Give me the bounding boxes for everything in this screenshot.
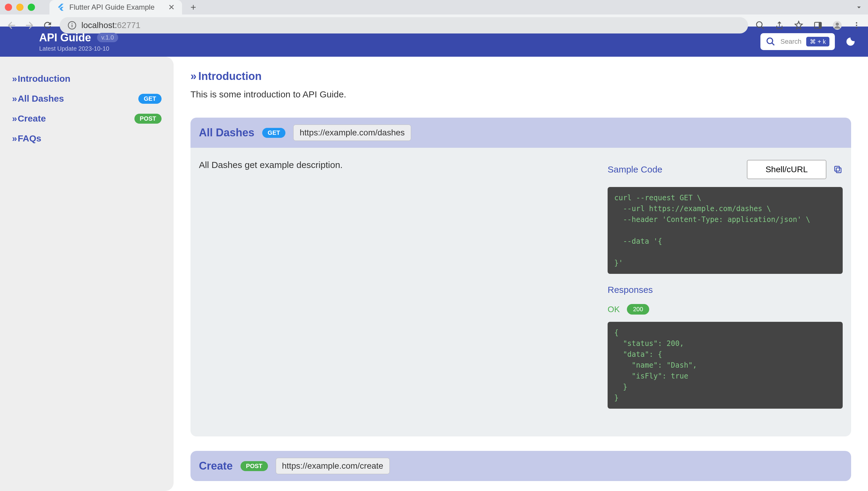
dark-mode-toggle[interactable] [845, 36, 856, 47]
tab-title: Flutter API Guide Example [69, 3, 164, 11]
svg-point-10 [856, 25, 858, 26]
url-text: localhost:62771 [82, 21, 141, 30]
flutter-icon [57, 3, 65, 11]
chevron-double-icon: » [12, 113, 15, 124]
sidebar-item-introduction[interactable]: » Introduction [10, 69, 163, 89]
url-bar[interactable]: localhost:62771 [60, 17, 748, 33]
svg-rect-14 [836, 168, 841, 173]
tab-bar: Flutter API Guide Example ✕ + [0, 0, 868, 15]
svg-rect-1 [72, 25, 73, 27]
svg-point-3 [756, 22, 762, 27]
endpoint-header: All Dashes GET https://example.com/dashe… [190, 118, 851, 148]
sample-code-label: Sample Code [608, 164, 740, 175]
method-badge-post: POST [134, 114, 161, 124]
browser-chrome: Flutter API Guide Example ✕ + localhost:… [0, 0, 868, 27]
sidebar-item-create[interactable]: » Create POST [10, 109, 163, 128]
header-subtitle: Latest Update 2023-10-10 [39, 45, 118, 52]
main-content: » Introduction This is some introduction… [174, 57, 868, 491]
sidebar-item-all-dashes[interactable]: » All Dashes GET [10, 89, 163, 109]
reload-button[interactable] [41, 19, 54, 31]
intro-text: This is some introduction to API Guide. [190, 89, 851, 99]
forward-button[interactable] [24, 19, 36, 31]
sidebar-item-label: Create [18, 113, 46, 124]
chevron-double-icon: » [12, 133, 15, 144]
endpoint-all-dashes: All Dashes GET https://example.com/dashe… [190, 118, 851, 436]
sidebar-item-label: All Dashes [18, 93, 64, 104]
app-body: » Introduction » All Dashes GET » Create… [0, 57, 868, 491]
copy-button[interactable] [833, 165, 843, 174]
zoom-icon[interactable] [754, 19, 766, 31]
endpoint-create: Create POST https://example.com/create [190, 451, 851, 481]
response-status-badge: 200 [627, 304, 649, 315]
svg-rect-2 [72, 23, 73, 24]
version-badge: v.1.0 [97, 33, 118, 42]
method-badge-get: GET [262, 128, 285, 138]
endpoint-url[interactable]: https://example.com/dashes [293, 124, 411, 141]
sidebar-item-label: Introduction [18, 74, 70, 84]
request-code-block[interactable]: curl --request GET \ --url https://examp… [608, 187, 843, 274]
response-status-text: OK [608, 305, 620, 314]
chevron-double-icon: » [190, 70, 193, 83]
search-shortcut: ⌘ + k [806, 37, 830, 47]
profile-icon[interactable] [831, 19, 843, 31]
svg-point-12 [767, 38, 773, 44]
close-window[interactable] [5, 4, 12, 11]
method-badge-post: POST [241, 461, 268, 471]
app-title: API Guide [39, 31, 91, 44]
sidebar-item-label: FAQs [18, 133, 41, 144]
menu-icon[interactable] [850, 19, 863, 31]
endpoint-description: All Dashes get example description. [199, 160, 598, 420]
svg-rect-15 [835, 166, 839, 171]
responses-label: Responses [608, 285, 843, 295]
bookmark-icon[interactable] [793, 19, 805, 31]
maximize-window[interactable] [28, 4, 35, 11]
svg-line-4 [761, 27, 764, 29]
svg-point-11 [856, 27, 858, 29]
sidebar-item-faqs[interactable]: » FAQs [10, 128, 163, 148]
svg-point-9 [856, 22, 858, 24]
method-badge-get: GET [138, 94, 161, 104]
sidebar: » Introduction » All Dashes GET » Create… [0, 57, 174, 491]
minimize-window[interactable] [16, 4, 24, 11]
response-code-block[interactable]: { "status": 200, "data": { "name": "Dash… [608, 322, 843, 409]
close-tab-icon[interactable]: ✕ [168, 3, 175, 12]
search-label: Search [780, 38, 801, 46]
search-icon [766, 37, 775, 47]
svg-rect-6 [819, 22, 822, 28]
svg-point-8 [836, 23, 839, 26]
chevron-double-icon: » [12, 74, 15, 84]
window-controls [5, 4, 35, 11]
chevron-double-icon: » [12, 93, 15, 104]
svg-line-13 [772, 43, 774, 45]
new-tab-button[interactable]: + [190, 2, 196, 13]
site-info-icon[interactable] [67, 21, 76, 30]
share-icon[interactable] [773, 19, 785, 31]
tab-overflow-icon[interactable] [855, 3, 863, 11]
browser-toolbar: localhost:62771 [0, 15, 868, 36]
search-button[interactable]: Search ⌘ + k [761, 33, 835, 50]
language-select[interactable]: Shell/cURL [747, 160, 827, 179]
endpoint-url[interactable]: https://example.com/create [276, 458, 390, 474]
section-title-introduction: » Introduction [190, 70, 851, 83]
endpoint-header: Create POST https://example.com/create [190, 451, 851, 481]
back-button[interactable] [5, 19, 18, 31]
toolbar-actions [754, 19, 863, 31]
panel-icon[interactable] [812, 19, 824, 31]
endpoint-title: Create [199, 460, 233, 472]
browser-tab[interactable]: Flutter API Guide Example ✕ [50, 0, 182, 15]
endpoint-title: All Dashes [199, 126, 254, 139]
